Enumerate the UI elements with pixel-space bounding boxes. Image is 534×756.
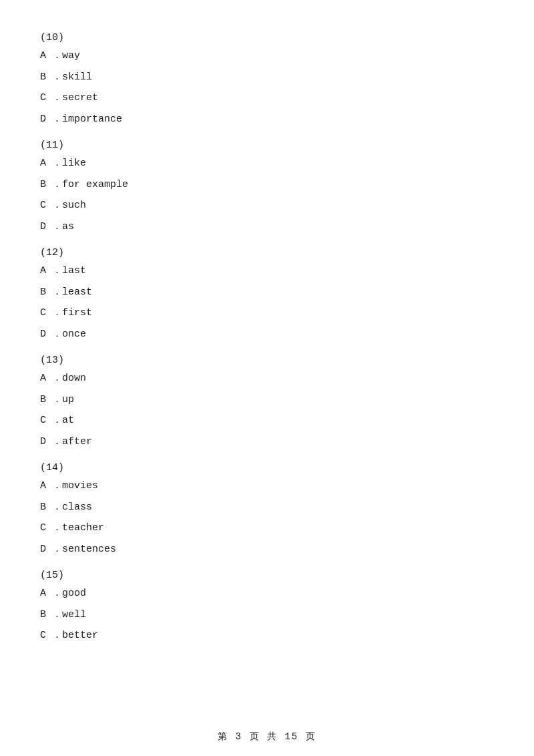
option-2-1: B ．least (40, 284, 494, 301)
option-5-2: C ．better (40, 627, 494, 644)
footer-text: 第 3 页 共 15 页 (218, 731, 316, 742)
option-1-0: A ．like (40, 155, 494, 172)
option-4-3: D ．sentences (40, 541, 494, 558)
option-3-0: A ．down (40, 370, 494, 387)
option-5-1: B ．well (40, 606, 494, 624)
option-0-3: D ．importance (40, 111, 494, 128)
option-3-3: D ．after (40, 433, 494, 451)
option-3-2: C ．at (40, 412, 494, 429)
option-4-1: B ．class (40, 499, 494, 516)
option-2-3: D ．once (40, 326, 494, 343)
main-content: (10)A ．wayB ．skillC ．secretD ．importance… (0, 0, 534, 689)
option-0-0: A ．way (40, 47, 494, 65)
option-2-0: A ．last (40, 262, 494, 280)
option-5-0: A ．good (40, 585, 494, 602)
question-number-3: (13) (40, 355, 494, 366)
option-4-2: C ．teacher (40, 520, 494, 537)
option-0-1: B ．skill (40, 69, 494, 86)
option-1-1: B ．for example (40, 176, 494, 194)
question-number-0: (10) (40, 32, 494, 43)
question-number-4: (14) (40, 462, 494, 474)
page-footer: 第 3 页 共 15 页 (0, 731, 534, 743)
question-number-5: (15) (40, 570, 494, 581)
option-1-3: D ．as (40, 218, 494, 236)
question-number-1: (11) (40, 140, 494, 151)
option-1-2: C ．such (40, 197, 494, 214)
option-3-1: B ．up (40, 391, 494, 409)
question-number-2: (12) (40, 247, 494, 258)
option-4-0: A ．movies (40, 478, 494, 495)
option-2-2: C ．first (40, 305, 494, 322)
option-0-2: C ．secret (40, 89, 494, 107)
